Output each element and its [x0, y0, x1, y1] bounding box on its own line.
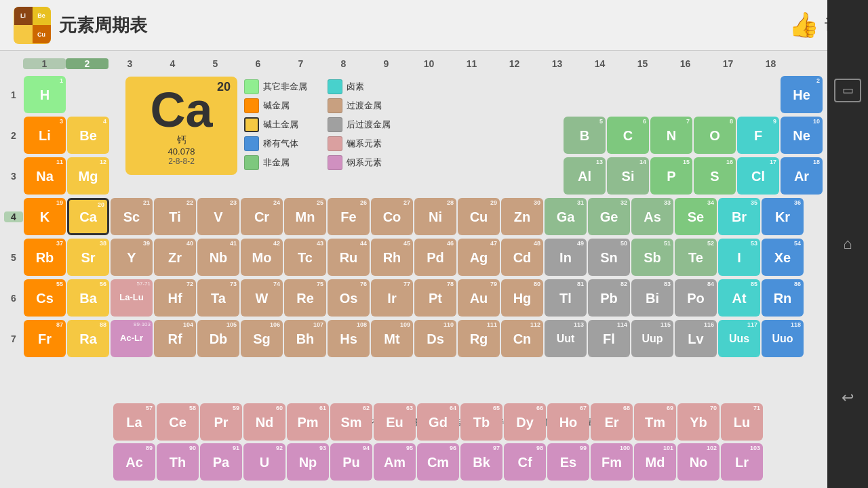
- element-Pd[interactable]: 46 Pd: [414, 239, 456, 276]
- element-Ta[interactable]: 73 Ta: [197, 279, 239, 317]
- element-In[interactable]: 49 In: [545, 239, 587, 276]
- element-Sr[interactable]: 38 Sr: [67, 239, 109, 276]
- element-W[interactable]: 74 W: [241, 279, 283, 317]
- element-Ce[interactable]: 58 Ce: [157, 403, 199, 441]
- element-Lu[interactable]: 71 Lu: [721, 403, 763, 441]
- element-Rn[interactable]: 86 Rn: [762, 279, 804, 317]
- element-Pr[interactable]: 59 Pr: [200, 403, 242, 441]
- element-Mt[interactable]: 109 Mt: [371, 320, 413, 357]
- element-Ru[interactable]: 44 Ru: [328, 239, 370, 276]
- element-Cu[interactable]: 29 Cu: [458, 198, 500, 235]
- element-V[interactable]: 23 V: [197, 198, 239, 235]
- element-F[interactable]: 9 F: [737, 117, 779, 154]
- element-Ca-row[interactable]: 20 Ca: [67, 198, 109, 235]
- back-button[interactable]: ↩: [834, 386, 861, 409]
- element-Th[interactable]: 90 Th: [157, 443, 199, 481]
- element-Os[interactable]: 76 Os: [328, 279, 370, 317]
- element-H[interactable]: 1 H: [24, 76, 66, 113]
- element-Ho[interactable]: 67 Ho: [547, 403, 589, 441]
- element-Mn[interactable]: 25 Mn: [284, 198, 326, 235]
- element-Ac[interactable]: 89 Ac: [113, 443, 155, 481]
- element-La[interactable]: 57 La: [113, 403, 155, 441]
- element-Cr[interactable]: 24 Cr: [241, 198, 283, 235]
- element-Bh[interactable]: 107 Bh: [284, 320, 326, 357]
- element-Ni[interactable]: 28 Ni: [414, 198, 456, 235]
- featured-element[interactable]: 20 Ca 钙 40.078 2-8-8-2: [125, 77, 237, 175]
- element-Au[interactable]: 79 Au: [458, 279, 500, 317]
- element-O[interactable]: 8 O: [694, 117, 736, 154]
- element-Ne[interactable]: 10 Ne: [781, 117, 823, 154]
- element-Cl[interactable]: 17 Cl: [737, 157, 779, 195]
- element-Sm[interactable]: 62 Sm: [330, 403, 372, 441]
- element-Fe[interactable]: 26 Fe: [328, 198, 370, 235]
- element-Es[interactable]: 99 Es: [547, 443, 589, 481]
- element-Tl[interactable]: 81 Tl: [545, 279, 587, 317]
- element-Nb[interactable]: 41 Nb: [197, 239, 239, 276]
- element-Uup[interactable]: 115 Uup: [631, 320, 673, 357]
- element-Pm[interactable]: 61 Pm: [287, 403, 329, 441]
- element-Lr[interactable]: 103 Lr: [721, 443, 763, 481]
- element-Md[interactable]: 101 Md: [634, 443, 676, 481]
- element-Tc[interactable]: 43 Tc: [284, 239, 326, 276]
- element-Po[interactable]: 84 Po: [675, 279, 717, 317]
- element-No[interactable]: 102 No: [677, 443, 719, 481]
- element-Pu[interactable]: 94 Pu: [330, 443, 372, 481]
- element-Tm[interactable]: 69 Tm: [634, 403, 676, 441]
- element-Cm[interactable]: 96 Cm: [417, 443, 459, 481]
- element-Al[interactable]: 13 Al: [564, 157, 606, 195]
- element-Rb[interactable]: 37 Rb: [24, 239, 66, 276]
- element-As[interactable]: 33 As: [631, 198, 673, 235]
- home-button[interactable]: ⌂: [834, 232, 861, 256]
- element-Si[interactable]: 14 Si: [607, 157, 649, 195]
- element-Np[interactable]: 93 Np: [287, 443, 329, 481]
- element-Hs[interactable]: 108 Hs: [328, 320, 370, 357]
- element-Zn[interactable]: 30 Zn: [501, 198, 543, 235]
- element-Bk[interactable]: 97 Bk: [460, 443, 502, 481]
- element-Fr[interactable]: 87 Fr: [24, 320, 66, 357]
- element-P[interactable]: 15 P: [650, 157, 692, 195]
- element-Te[interactable]: 52 Te: [675, 239, 717, 276]
- element-Sn[interactable]: 50 Sn: [588, 239, 630, 276]
- element-Sb[interactable]: 51 Sb: [631, 239, 673, 276]
- element-Pt[interactable]: 78 Pt: [414, 279, 456, 317]
- element-Re[interactable]: 75 Re: [284, 279, 326, 317]
- element-Se[interactable]: 34 Se: [675, 198, 717, 235]
- element-Xe[interactable]: 54 Xe: [762, 239, 804, 276]
- element-Bi[interactable]: 83 Bi: [631, 279, 673, 317]
- element-Ba[interactable]: 56 Ba: [67, 279, 109, 317]
- element-Yb[interactable]: 70 Yb: [677, 403, 719, 441]
- element-Rf[interactable]: 104 Rf: [154, 320, 196, 357]
- element-Ga[interactable]: 31 Ga: [545, 198, 587, 235]
- element-Ti[interactable]: 22 Ti: [154, 198, 196, 235]
- element-Y[interactable]: 39 Y: [111, 239, 153, 276]
- element-Mo[interactable]: 42 Mo: [241, 239, 283, 276]
- element-Uus[interactable]: 117 Uus: [718, 320, 760, 357]
- element-Er[interactable]: 68 Er: [591, 403, 633, 441]
- element-Co[interactable]: 27 Co: [371, 198, 413, 235]
- element-Am[interactable]: 95 Am: [374, 443, 416, 481]
- element-Pb[interactable]: 82 Pb: [588, 279, 630, 317]
- element-Nd[interactable]: 60 Nd: [243, 403, 285, 441]
- element-Rg[interactable]: 111 Rg: [458, 320, 500, 357]
- element-Cs[interactable]: 55 Cs: [24, 279, 66, 317]
- element-Ag[interactable]: 47 Ag: [458, 239, 500, 276]
- element-S[interactable]: 16 S: [694, 157, 736, 195]
- element-Ds[interactable]: 110 Ds: [414, 320, 456, 357]
- element-Dy[interactable]: 66 Dy: [504, 403, 546, 441]
- element-Cn[interactable]: 112 Cn: [501, 320, 543, 357]
- element-C[interactable]: 6 C: [607, 117, 649, 154]
- element-Na[interactable]: 11 Na: [24, 157, 66, 195]
- element-Tb[interactable]: 65 Tb: [460, 403, 502, 441]
- element-Lv[interactable]: 116 Lv: [675, 320, 717, 357]
- element-Sc[interactable]: 21 Sc: [111, 198, 153, 235]
- element-Ir[interactable]: 77 Ir: [371, 279, 413, 317]
- thumbs-up-icon[interactable]: 👍: [789, 11, 819, 39]
- element-Fl[interactable]: 114 Fl: [588, 320, 630, 357]
- element-Db[interactable]: 105 Db: [197, 320, 239, 357]
- element-K[interactable]: 19 K: [24, 198, 66, 235]
- element-Kr[interactable]: 36 Kr: [762, 198, 804, 235]
- element-Uut[interactable]: 113 Uut: [545, 320, 587, 357]
- element-Uuo[interactable]: 118 Uuo: [762, 320, 804, 357]
- element-Br[interactable]: 35 Br: [718, 198, 760, 235]
- element-Pa[interactable]: 91 Pa: [200, 443, 242, 481]
